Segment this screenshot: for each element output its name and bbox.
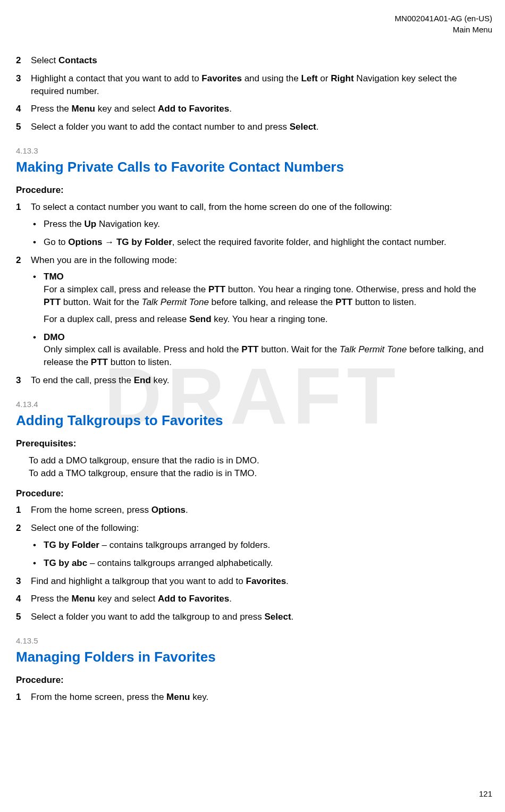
step-number: 3: [16, 374, 21, 387]
step-number: 4: [16, 103, 21, 115]
p-text: before talking, and release the: [209, 297, 335, 307]
section-title: Adding Talkgroups to Favorites: [16, 411, 492, 430]
step-text: To end the call, press the: [31, 375, 134, 385]
procedure-step-1: 1 From the home screen, press the Menu k…: [31, 691, 492, 704]
step-text: key and select: [95, 104, 158, 114]
bullet-text: Navigation key.: [96, 219, 160, 229]
bullet-item: Press the Up Navigation key.: [44, 218, 492, 231]
procedure-step-4: 4 Press the Menu key and select Add to F…: [31, 593, 492, 605]
prereq-label: Prerequisites:: [16, 437, 492, 450]
procedure-label: Procedure:: [16, 674, 492, 687]
step-number: 3: [16, 72, 21, 85]
step-number: 5: [16, 121, 21, 133]
intro-step-5: 5 Select a folder you want to add the co…: [31, 121, 492, 133]
bullet-text: – contains talkgroups arranged by folder…: [99, 540, 270, 550]
section-number: 4.13.4: [16, 399, 492, 410]
breadcrumb: Main Menu: [13, 24, 492, 35]
mode-label: DMO: [44, 331, 492, 344]
intro-steps-list: 2 Select Contacts 3 Highlight a contact …: [31, 54, 492, 133]
procedure-list-4135: 1 From the home screen, press the Menu k…: [31, 691, 492, 704]
section-number: 4.13.5: [16, 635, 492, 646]
step-bold: Right: [331, 73, 354, 83]
step-bold: Menu: [72, 104, 95, 114]
bullet-text: →: [103, 237, 116, 247]
bullet-bold: Up: [85, 219, 97, 229]
step-bold: Menu: [72, 594, 95, 604]
step-text: Select a folder you want to add the talk…: [31, 612, 264, 622]
step-number: 4: [16, 593, 21, 605]
p-italic: Talk Permit Tone: [142, 297, 209, 307]
procedure-list-4134: 1 From the home screen, press Options. 2…: [31, 504, 492, 623]
p-text: key. You hear a ringing tone.: [212, 314, 328, 324]
prereq-line: To add a DMO talkgroup, ensure that the …: [29, 454, 492, 467]
step-bold: Menu: [166, 692, 190, 702]
procedure-label: Procedure:: [16, 487, 492, 500]
procedure-step-5: 5 Select a folder you want to add the ta…: [31, 611, 492, 623]
step-number: 2: [16, 54, 21, 67]
bullet-text: Press the: [44, 219, 85, 229]
step-number: 2: [16, 254, 21, 267]
step-text: key.: [151, 375, 170, 385]
page-header: MN002041A01-AG (en-US) Main Menu: [13, 13, 492, 35]
bullet-item-dmo: DMO Only simplex call is available. Pres…: [44, 331, 492, 369]
p-text: Only simplex call is available. Press an…: [44, 344, 241, 354]
step-bold: Favorites: [201, 73, 242, 83]
procedure-step-1: 1 To select a contact number you want to…: [31, 201, 492, 248]
bullet-item: TG by Folder – contains talkgroups arran…: [44, 539, 492, 552]
bullet-text: – contains talkgroups arranged alphabeti…: [87, 558, 273, 568]
page-number: 121: [479, 788, 492, 799]
step-bold: Favorites: [246, 576, 287, 586]
sub-bullets: Press the Up Navigation key. Go to Optio…: [44, 218, 492, 249]
p-text: For a simplex call, press and release th…: [44, 284, 208, 294]
step-number: 3: [16, 575, 21, 588]
bullet-text: , select the required favorite folder, a…: [172, 237, 447, 247]
page-content: 2 Select Contacts 3 Highlight a contact …: [13, 54, 492, 704]
mode-paragraph: Only simplex call is available. Press an…: [44, 343, 492, 369]
step-bold: Contacts: [58, 55, 97, 65]
step-text: Select: [31, 55, 58, 65]
p-bold: PTT: [208, 284, 225, 294]
step-number: 1: [16, 504, 21, 517]
step-text: or: [318, 73, 331, 83]
step-text: When you are in the following mode:: [31, 255, 177, 265]
bullet-item-tmo: TMO For a simplex call, press and releas…: [44, 270, 492, 325]
mode-paragraph: For a duplex call, press and release Sen…: [44, 313, 492, 326]
step-text: From the home screen, press the: [31, 692, 166, 702]
step-text: .: [286, 576, 289, 586]
step-text: Press the: [31, 594, 72, 604]
step-text: Highlight a contact that you want to add…: [31, 73, 201, 83]
section-number: 4.13.3: [16, 145, 492, 156]
step-text: .: [229, 594, 232, 604]
p-text: button to listen.: [352, 297, 416, 307]
procedure-step-2: 2 Select one of the following: TG by Fol…: [31, 522, 492, 569]
mode-paragraph: For a simplex call, press and release th…: [44, 283, 492, 309]
bullet-bold: Options: [68, 237, 102, 247]
p-bold: PTT: [335, 297, 352, 307]
p-text: button to listen.: [108, 357, 172, 367]
bullet-item: TG by abc – contains talkgroups arranged…: [44, 557, 492, 570]
section-title: Making Private Calls to Favorite Contact…: [16, 157, 492, 176]
p-text: For a duplex call, press and release: [44, 314, 189, 324]
p-text: button. Wait for the: [61, 297, 141, 307]
procedure-step-3: 3 Find and highlight a talkgroup that yo…: [31, 575, 492, 588]
step-number: 2: [16, 522, 21, 535]
step-bold: Add to Favorites: [158, 594, 229, 604]
p-bold: Send: [189, 314, 212, 324]
step-text: Press the: [31, 104, 72, 114]
step-number: 5: [16, 611, 21, 623]
step-bold: Left: [301, 73, 317, 83]
procedure-list-4133: 1 To select a contact number you want to…: [31, 201, 492, 387]
step-bold: Add to Favorites: [158, 104, 229, 114]
doc-id: MN002041A01-AG (en-US): [13, 13, 492, 24]
step-bold: Select: [290, 122, 316, 132]
step-number: 1: [16, 691, 21, 704]
procedure-label: Procedure:: [16, 184, 492, 197]
sub-bullets: TMO For a simplex call, press and releas…: [44, 270, 492, 369]
bullet-item: Go to Options → TG by Folder, select the…: [44, 236, 492, 249]
p-bold: PTT: [91, 357, 108, 367]
bullet-bold: TG by Folder: [116, 237, 172, 247]
step-text: .: [291, 612, 294, 622]
p-bold: PTT: [241, 344, 258, 354]
p-text: button. Wait for the: [258, 344, 339, 354]
p-italic: Talk Permit Tone: [340, 344, 407, 354]
